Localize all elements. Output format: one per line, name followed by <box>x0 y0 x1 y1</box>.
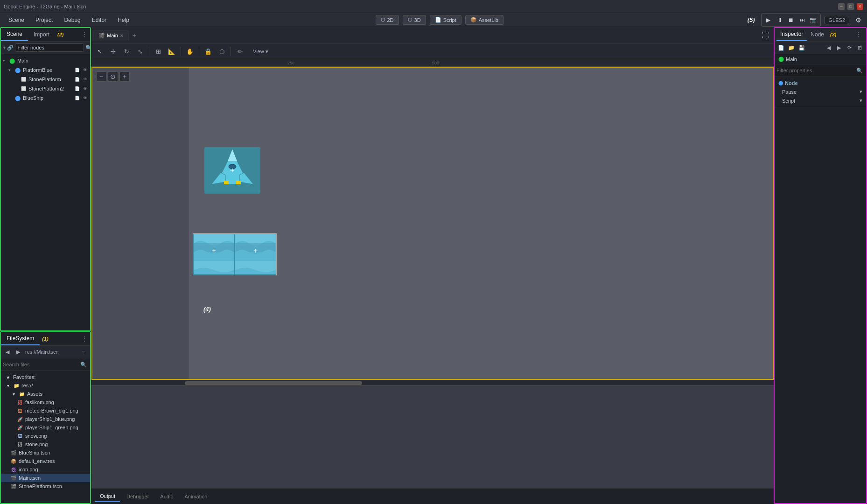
pencil-btn[interactable]: ✏ <box>234 45 246 57</box>
property-script-dropdown[interactable]: ▾ <box>859 98 862 104</box>
fs-options-btn[interactable]: ⋮ <box>79 334 90 344</box>
inspector-search-btn[interactable]: 🔍 <box>855 66 864 75</box>
fullscreen-btn[interactable]: ⛶ <box>760 29 772 42</box>
use-snap-btn[interactable]: 📐 <box>166 45 178 57</box>
fs-forward-btn[interactable]: ▶ <box>14 347 23 357</box>
inspector-tab-inspector[interactable]: Inspector <box>776 28 807 41</box>
btn-2d[interactable]: ⬡ 2D <box>376 15 399 25</box>
inspector-filter-input[interactable] <box>776 68 855 73</box>
select-tool-btn[interactable]: ↖ <box>93 45 105 57</box>
menu-project[interactable]: Project <box>31 15 57 25</box>
inspector-tab-node[interactable]: Node <box>807 28 828 41</box>
fs-item-favorites[interactable]: ★ Favorites: <box>1 373 90 381</box>
view-menu-btn[interactable]: View ▾ <box>249 48 272 56</box>
fs-back-btn[interactable]: ◀ <box>3 347 12 357</box>
step-button[interactable]: ⏭ <box>797 15 807 25</box>
tree-item-main[interactable]: ▾ ⬤ Main <box>1 56 90 65</box>
settings-button[interactable]: ⚙ <box>853 15 863 25</box>
scale-tool-btn[interactable]: ⤡ <box>134 45 146 57</box>
search-files-input[interactable] <box>3 362 79 367</box>
viewport-main[interactable]: − ⊙ + <box>91 67 774 380</box>
group-btn[interactable]: ⬡ <box>216 45 228 57</box>
btn-script[interactable]: 📄 Script <box>430 15 461 25</box>
tab-filesystem[interactable]: FileSystem <box>1 332 40 345</box>
stoneplatform2-eye-btn[interactable]: 👁 <box>82 85 88 92</box>
fs-item-blueship-tscn[interactable]: 🎬 BlueShip.tscn <box>1 448 90 457</box>
fs-item-playership-blue[interactable]: 🚀 playerShip1_blue.png <box>1 415 90 423</box>
tree-item-stoneplatform[interactable]: ⬜ StonePlatform 📄 👁 <box>1 75 90 84</box>
inspector-next-btn[interactable]: ▶ <box>834 43 844 52</box>
minimize-btn[interactable]: ─ <box>838 3 845 10</box>
pan-tool-btn[interactable]: ✋ <box>184 45 196 57</box>
fs-layout-btn[interactable]: ≡ <box>79 347 88 357</box>
fs-item-fasilkom[interactable]: 🖼 fasilkom.png <box>1 398 90 406</box>
blueship-eye-btn[interactable]: 👁 <box>82 95 88 101</box>
inspector-prev-btn[interactable]: ◀ <box>824 43 833 52</box>
camera-button[interactable]: 📷 <box>808 15 818 25</box>
output-tab-output[interactable]: Output <box>95 491 120 502</box>
search-btn[interactable]: 🔍 <box>85 43 91 52</box>
btn-3d[interactable]: ⬡ 3D <box>403 15 426 25</box>
filter-nodes-input[interactable] <box>15 43 84 52</box>
blueship-script-btn[interactable]: 📄 <box>74 95 80 101</box>
inspector-options-btn[interactable]: ⋮ <box>853 29 864 40</box>
assetlib-icon: 📦 <box>470 17 477 23</box>
rotate-tool-btn[interactable]: ↻ <box>120 45 133 57</box>
fs-item-icon-png[interactable]: 🖼 icon.png <box>1 465 90 474</box>
output-tab-debugger[interactable]: Debugger <box>122 492 154 501</box>
platformblue-eye-btn[interactable]: 👁 <box>82 67 88 73</box>
scrollbar-thumb[interactable] <box>185 381 362 385</box>
zoom-out-btn[interactable]: − <box>96 71 106 82</box>
output-tab-audio[interactable]: Audio <box>155 492 178 501</box>
stoneplatform2-script-btn[interactable]: 📄 <box>74 85 80 92</box>
stoneplatform-eye-btn[interactable]: 👁 <box>82 76 88 83</box>
tree-item-platformblue[interactable]: ▾ ⬤ PlatformBlue 📄 👁 <box>1 65 90 75</box>
fs-item-main-tscn[interactable]: 🎬 Main.tscn <box>1 474 90 482</box>
scene-options-btn[interactable]: ⋮ <box>79 29 90 40</box>
menu-editor[interactable]: Editor <box>87 15 111 25</box>
fs-item-stone[interactable]: 🖼 stone.png <box>1 440 90 448</box>
editor-tab-main[interactable]: 🎬 Main ✕ <box>93 30 129 41</box>
tab-import[interactable]: Import <box>28 28 55 41</box>
fs-item-assets[interactable]: ▾ 📁 Assets <box>1 390 90 398</box>
play-button[interactable]: ▶ <box>763 15 774 25</box>
fs-item-default-env[interactable]: 📦 default_env.tres <box>1 457 90 465</box>
menu-scene[interactable]: Scene <box>4 15 29 25</box>
tab-scene[interactable]: Scene <box>1 28 28 41</box>
snap-to-grid-btn[interactable]: ⊞ <box>152 45 164 57</box>
fs-item-meteor[interactable]: 🖼 meteorBrown_big1.png <box>1 406 90 415</box>
inspector-layout-btn[interactable]: ⊞ <box>855 43 864 52</box>
inspector-folder-btn[interactable]: 📁 <box>787 43 796 52</box>
btn-assetlib[interactable]: 📦 AssetLib <box>465 15 503 25</box>
tree-item-stoneplatform2[interactable]: ⬜ StonePlatform2 📄 👁 <box>1 84 90 93</box>
zoom-in-btn[interactable]: + <box>119 71 130 82</box>
zoom-reset-btn[interactable]: ⊙ <box>108 71 118 82</box>
add-node-btn[interactable]: + <box>3 43 6 52</box>
inspector-history-btn[interactable]: ⟳ <box>845 43 854 52</box>
output-tab-animation[interactable]: Animation <box>180 492 212 501</box>
stoneplatform-script-btn[interactable]: 📄 <box>74 76 80 83</box>
lock-btn[interactable]: 🔒 <box>202 45 214 57</box>
fs-search-icon[interactable]: 🔍 <box>79 360 88 369</box>
property-pause-dropdown[interactable]: ▾ <box>859 89 862 95</box>
viewport-scrollbar[interactable] <box>91 380 774 385</box>
fs-item-snow[interactable]: 🖼 snow.png <box>1 432 90 440</box>
add-tab-btn[interactable]: + <box>130 31 139 40</box>
link-btn[interactable]: 🔗 <box>7 43 14 52</box>
fs-item-res[interactable]: ▾ 📁 res:// <box>1 381 90 390</box>
menu-help[interactable]: Help <box>113 15 134 25</box>
tab-main-close[interactable]: ✕ <box>120 33 124 38</box>
stop-button[interactable]: ⏹ <box>786 15 796 25</box>
move-tool-btn[interactable]: ✛ <box>107 45 119 57</box>
fs-item-stoneplatform-tscn[interactable]: 🎬 StonePlatform.tscn <box>1 482 90 490</box>
tree-item-blueship[interactable]: ⬤ BlueShip 📄 👁 <box>1 93 90 103</box>
inspector-save-btn[interactable]: 💾 <box>797 43 806 52</box>
output-bar: Output Debugger Audio Animation <box>91 488 774 504</box>
fs-item-playership-green[interactable]: 🚀 playerShip1_green.png <box>1 423 90 432</box>
platformblue-script-btn[interactable]: 📄 <box>74 67 80 73</box>
menu-debug[interactable]: Debug <box>59 15 85 25</box>
pause-button[interactable]: ⏸ <box>775 15 785 25</box>
close-btn[interactable]: ✕ <box>857 3 863 10</box>
maximize-btn[interactable]: □ <box>847 3 854 10</box>
inspector-file-btn[interactable]: 📄 <box>776 43 786 52</box>
